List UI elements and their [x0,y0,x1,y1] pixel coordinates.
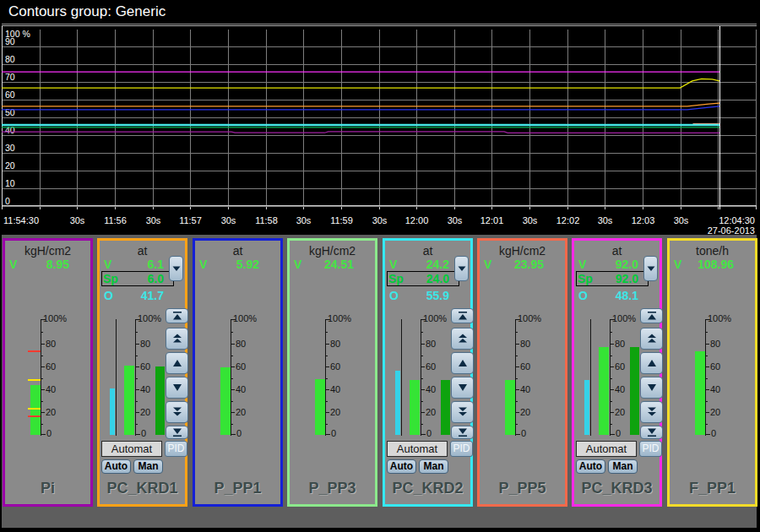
gauge-tick-label: 80 [426,339,436,349]
gauge-tick-label: 60 [426,361,436,372]
x-axis-tick-label: 30s [674,215,689,225]
value-label: V [578,258,586,271]
value-label: V [9,258,17,271]
panel-name: F_PP1 [670,480,755,497]
gauge-tick-label: 40 [330,384,340,394]
x-axis-tick-label: 11:54:30 [3,215,39,225]
output-bar [110,388,115,435]
fast-down-button[interactable] [640,401,663,423]
auto-button[interactable]: Auto [101,459,131,474]
fast-down-icon [171,407,183,417]
down-button[interactable] [451,377,474,399]
gauge-tick-label: 20 [236,407,246,417]
gauge-tick [231,332,233,333]
automat-button[interactable]: Automat [101,441,162,457]
setpoint-dropdown-button[interactable] [169,256,183,281]
fast-up-button[interactable] [166,328,188,350]
automat-button[interactable]: Automat [576,441,637,457]
x-axis-tick-label: 30s [372,215,388,225]
gauge-tick-label: 20 [46,407,56,417]
gauge-tick [231,366,235,367]
fast-up-icon [171,334,183,344]
fast-down-button[interactable] [451,401,474,423]
gauge-tick [325,412,329,413]
scroll-top-button[interactable] [640,308,663,323]
fast-up-button[interactable] [451,328,474,350]
gauge-tick [515,434,520,435]
gauge-tick [421,412,425,413]
up-button[interactable] [451,352,474,374]
setpoint-label: Sp [103,272,118,285]
value-reading: 8.95 [46,258,69,271]
x-axis-tick-label: 12:01 [480,215,504,225]
panel-name: P_PP3 [290,480,375,497]
auto-button[interactable]: Auto [576,459,605,474]
setpoint-dropdown-button[interactable] [454,256,469,281]
setpoint-dropdown-button[interactable] [643,256,658,281]
gauge-tick [705,344,709,345]
gauge-tick [515,424,518,425]
gauge-tick [41,378,43,379]
man-button[interactable]: Man [419,459,448,474]
scroll-bottom-button[interactable] [451,426,474,439]
gauge-tick [610,332,612,333]
faceplate-PC_KRD1: atV6.1Sp6.0O41.7100%806040200AutomatPIDA… [97,238,187,507]
output-label: O [104,289,113,302]
gauge-tick [610,378,612,379]
value-reading: 5.92 [236,258,259,271]
gauge-tick [135,366,139,367]
gauge-tick [421,332,423,333]
gauge-tick-label: 80 [330,339,340,349]
fast-down-icon [457,407,469,417]
output-reading: 41.7 [141,289,164,302]
pid-button[interactable]: PID [450,441,473,457]
up-button[interactable] [166,352,188,374]
gauge-tick [421,366,425,367]
pid-button[interactable]: PID [165,441,187,457]
gauge-tick-label: 40 [710,384,720,394]
y-axis-tick-label: 40 [5,125,15,135]
gauge-tick [610,366,614,367]
automat-button[interactable]: Automat [387,441,448,457]
x-axis-tick-label: 11:57 [179,215,202,225]
setpoint-reading: 6.0 [148,272,164,285]
gauge-tick [325,332,328,333]
gauge-tick-label: 40 [236,384,246,394]
gauge-tick-label: 40 [140,384,150,394]
gauge-tick [515,332,518,333]
y-axis-tick-label: 80 [5,54,15,64]
gauge-tick [705,434,710,435]
x-axis-tick-label: 12:00 [405,215,429,225]
gauge-tick [41,424,43,425]
gauge-tick-label: 80 [236,339,246,349]
gauge-tick-label: 80 [520,339,530,349]
gauge-tick [231,356,233,356]
y-axis-tick-label: 90 [5,36,15,46]
panel-name: P_PP5 [480,480,565,497]
down-button[interactable] [166,377,188,399]
gauge-tick-label: 60 [615,361,625,372]
gauge-tick [325,434,330,435]
scroll-top-button[interactable] [451,308,474,323]
fast-down-button[interactable] [166,401,188,423]
gauge-tick [135,424,138,425]
scroll-bottom-button[interactable] [166,426,188,439]
gauge-tick [231,344,235,345]
fast-up-icon [457,334,469,344]
man-button[interactable]: Man [608,459,638,474]
down-button[interactable] [640,377,663,399]
gauge-zero-label: 0 [711,428,716,438]
scroll-bottom-button[interactable] [640,426,663,439]
value-reading: 23.95 [514,258,544,271]
down-icon [646,383,658,393]
man-button[interactable]: Man [133,459,163,474]
x-axis-tick-label: 11:56 [104,215,127,225]
auto-button[interactable]: Auto [387,459,416,474]
x-axis-tick-label: 12:02 [556,215,580,225]
fast-up-button[interactable] [640,328,663,350]
scroll-top-button[interactable] [166,308,188,323]
output-bar [395,371,400,435]
up-button[interactable] [640,352,663,374]
pid-button[interactable]: PID [639,441,662,457]
gauge-tick-label: 60 [710,361,720,372]
